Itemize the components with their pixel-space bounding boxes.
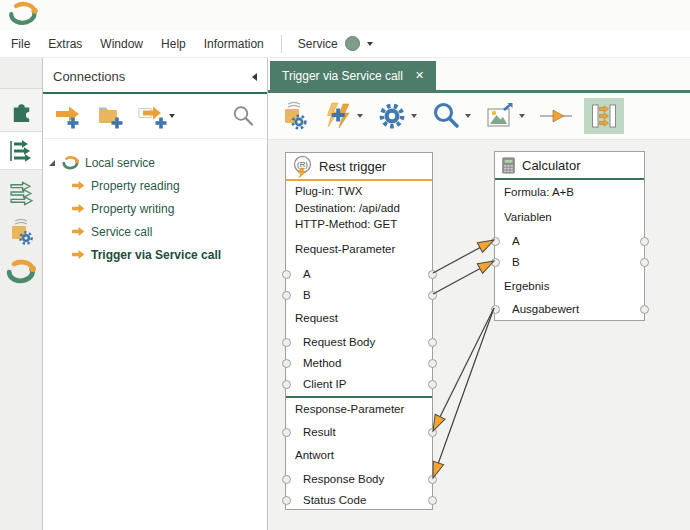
port-dot-left[interactable]	[282, 338, 291, 347]
add-connection-folder-icon	[95, 102, 125, 130]
caret-down-icon	[411, 114, 417, 118]
node-row-b: B	[495, 252, 644, 272]
export-image-button[interactable]	[481, 99, 528, 133]
sidebar-item-templates[interactable]	[0, 177, 42, 209]
draw-connection-button[interactable]	[535, 100, 577, 132]
sidebar-item-plugin-store[interactable]	[0, 216, 42, 248]
tree-item-property-writing[interactable]: Property writing	[43, 197, 267, 220]
port-dot-right[interactable]	[428, 359, 437, 368]
sidebar-item-services[interactable]	[0, 255, 42, 287]
add-connection-button[interactable]	[53, 102, 83, 130]
menu-service[interactable]: Service	[290, 33, 381, 54]
auto-connect-button[interactable]	[584, 98, 624, 134]
tab-trigger-via-service-call[interactable]: Trigger via Service call ✕	[270, 61, 436, 90]
add-connection-icon	[53, 102, 83, 130]
port-dot-left[interactable]	[282, 380, 291, 389]
port-dot-right[interactable]	[428, 496, 437, 505]
app-logo-icon	[8, 0, 38, 30]
port-dot-right[interactable]	[428, 291, 437, 300]
port-dot-left[interactable]	[282, 270, 291, 279]
port-dot-left[interactable]	[491, 258, 500, 267]
tree-item-arrow-icon	[71, 249, 85, 260]
add-folder-button[interactable]	[95, 102, 125, 130]
plugins-puzzle-icon	[8, 97, 35, 124]
settings-button[interactable]	[373, 98, 420, 134]
add-transfer-objects-icon	[322, 101, 354, 131]
plugin-settings-icon	[279, 100, 309, 132]
node-row-variablen: Variablen	[495, 207, 644, 227]
port-dot-right[interactable]	[428, 428, 437, 437]
tree-item-arrow-icon	[71, 203, 85, 214]
caret-down-icon	[519, 114, 525, 118]
menu-item-information[interactable]: Information	[195, 33, 273, 55]
tab-close-icon[interactable]: ✕	[415, 70, 424, 81]
collapse-left-icon[interactable]	[252, 73, 257, 81]
node-rest[interactable]: (R) Rest triggerPlug-in: TWXDestination:…	[285, 152, 433, 510]
tree-item-label: Property writing	[91, 202, 174, 216]
menu-item-window[interactable]: Window	[91, 33, 152, 55]
tree-item-label: Local service	[85, 156, 155, 170]
tree-item-local-service[interactable]: Local service	[43, 151, 267, 174]
node-row-response-parameter: Response-Parameter	[286, 399, 432, 419]
port-dot-left[interactable]	[282, 496, 291, 505]
node-row-request-body: Request Body	[286, 332, 432, 352]
add-connection-template-icon	[137, 102, 169, 130]
add-transfer-objects-button[interactable]	[319, 99, 366, 133]
port-dot-right[interactable]	[428, 380, 437, 389]
port-dot-left[interactable]	[491, 237, 500, 246]
port-dot-right[interactable]	[428, 270, 437, 279]
port-dot-right[interactable]	[640, 237, 649, 246]
node-calculator[interactable]: CalculatorFormula: A+BVariablenABErgebni…	[494, 151, 645, 321]
caret-down-icon	[169, 114, 175, 118]
port-dot-left[interactable]	[282, 291, 291, 300]
node-row-plug-in-twx: Plug-in: TWX	[286, 183, 432, 200]
node-row-a: A	[495, 231, 644, 251]
tree-item-property-reading[interactable]: Property reading	[43, 174, 267, 197]
sidebar-item-connections[interactable]	[0, 132, 42, 170]
node-header[interactable]: Calculator	[495, 152, 644, 180]
zoom-button[interactable]	[427, 98, 474, 134]
connections-panel-header: Connections	[43, 61, 267, 94]
connections-arrows-icon	[8, 138, 34, 164]
port-dot-right[interactable]	[640, 258, 649, 267]
panel-title: Connections	[53, 69, 125, 84]
port-dot-left[interactable]	[282, 428, 291, 437]
diagram-canvas[interactable]: (R) Rest triggerPlug-in: TWXDestination:…	[268, 140, 690, 530]
node-row-status-code: Status Code	[286, 490, 432, 510]
titlebar	[0, 0, 690, 30]
port-dot-left[interactable]	[282, 475, 291, 484]
document-toolbar	[268, 93, 690, 140]
left-icon-sidebar	[0, 58, 42, 530]
port-dot-left[interactable]	[282, 359, 291, 368]
connection-draw-icon	[538, 102, 574, 130]
port-dot-right[interactable]	[428, 475, 437, 484]
caret-down-icon	[465, 114, 471, 118]
port-dot-right[interactable]	[428, 338, 437, 347]
node-row-response-body: Response Body	[286, 469, 432, 489]
menu-item-extras[interactable]: Extras	[39, 33, 91, 55]
caret-down-icon	[367, 42, 373, 46]
service-logo-icon	[62, 155, 79, 170]
node-row-a: A	[286, 264, 432, 284]
rest-trigger-icon: (R)	[292, 155, 313, 178]
tree-item-trigger-via-service-call[interactable]: Trigger via Service call	[43, 243, 267, 266]
sidebar-item-plugins[interactable]	[0, 88, 42, 132]
node-header[interactable]: (R) Rest trigger	[286, 153, 432, 181]
menu-item-help[interactable]: Help	[152, 33, 195, 55]
tree-expander-icon[interactable]	[49, 160, 55, 166]
node-row-result: Result	[286, 422, 432, 442]
connections-tree: Local service Property reading Property …	[43, 139, 267, 266]
tree-item-label: Service call	[91, 225, 152, 239]
plugin-settings-button[interactable]	[276, 98, 312, 134]
document-area: Trigger via Service call ✕	[268, 58, 690, 530]
port-dot-right[interactable]	[640, 305, 649, 314]
node-row-http-method-get: HTTP-Method: GET	[286, 216, 432, 233]
add-template-button[interactable]	[137, 102, 175, 130]
node-row-antwort: Antwort	[286, 445, 432, 465]
node-section-divider	[286, 396, 432, 398]
port-dot-left[interactable]	[491, 305, 500, 314]
menu-item-file[interactable]: File	[2, 33, 39, 55]
search-button[interactable]	[231, 104, 255, 128]
tree-item-service-call[interactable]: Service call	[43, 220, 267, 243]
node-row-formula-a-b: Formula: A+B	[495, 184, 644, 201]
